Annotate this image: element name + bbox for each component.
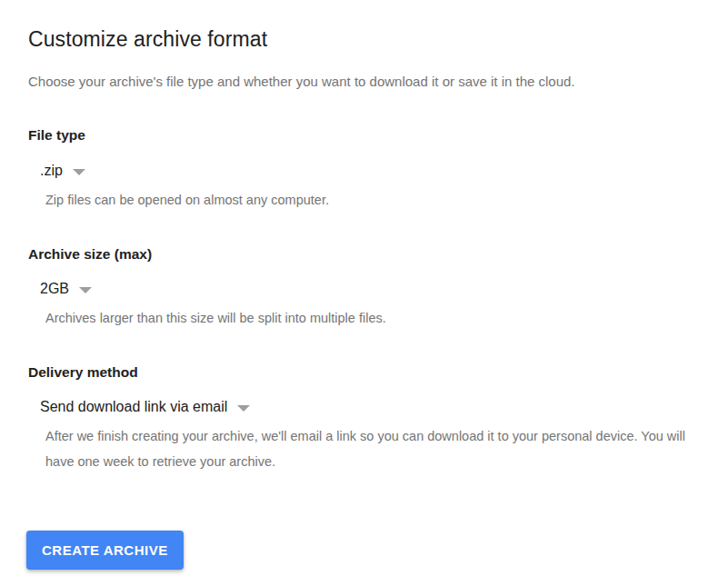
delivery-method-label: Delivery method bbox=[28, 363, 700, 381]
chevron-down-icon bbox=[73, 169, 85, 175]
create-archive-button[interactable]: CREATE ARCHIVE bbox=[26, 531, 184, 570]
file-type-value: .zip bbox=[40, 162, 63, 180]
section-delivery-method: Delivery method Send download link via e… bbox=[28, 363, 700, 474]
file-type-label: File type bbox=[28, 126, 700, 144]
file-type-dropdown[interactable]: .zip bbox=[40, 162, 85, 180]
archive-size-dropdown[interactable]: 2GB bbox=[40, 280, 92, 298]
archive-size-description: Archives larger than this size will be s… bbox=[45, 305, 700, 331]
file-type-description: Zip files can be opened on almost any co… bbox=[45, 187, 700, 213]
archive-size-value: 2GB bbox=[40, 280, 69, 298]
section-file-type: File type .zip Zip files can be opened o… bbox=[28, 126, 700, 213]
delivery-method-dropdown[interactable]: Send download link via email bbox=[40, 398, 250, 416]
section-archive-size: Archive size (max) 2GB Archives larger t… bbox=[28, 245, 700, 331]
page-subtitle: Choose your archive's file type and whet… bbox=[28, 73, 700, 91]
delivery-method-value: Send download link via email bbox=[40, 398, 227, 416]
chevron-down-icon bbox=[237, 405, 250, 412]
chevron-down-icon bbox=[79, 287, 92, 293]
customize-archive-page: Customize archive format Choose your arc… bbox=[0, 0, 728, 570]
page-title: Customize archive format bbox=[28, 26, 700, 52]
delivery-method-description: After we finish creating your archive, w… bbox=[45, 423, 700, 474]
archive-size-label: Archive size (max) bbox=[28, 245, 700, 263]
